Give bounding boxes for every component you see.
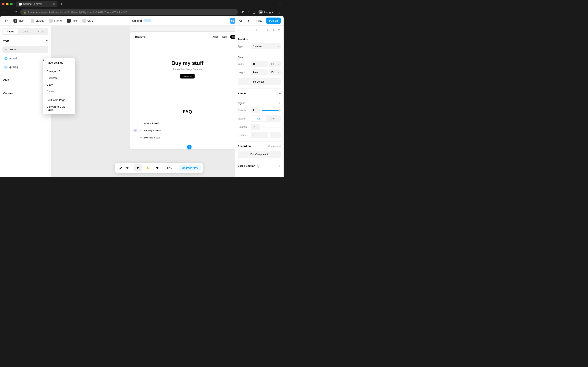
add-effect-button[interactable]: + [279, 92, 281, 95]
align-left-icon[interactable]: ⟸ [238, 28, 241, 32]
document-title[interactable]: Untitled [132, 19, 142, 22]
mock-nav-link: About [213, 36, 218, 38]
incognito-badge[interactable]: 🕶 Incognito [259, 10, 275, 14]
edit-component-button[interactable]: Edit Component [238, 151, 281, 158]
app-toolbar: 𝔽 ▾ + Insert Layout Frame T Text CMS Unt… [0, 16, 284, 26]
address-bar-icons: 👁 ☆ ◫ 🕶 Incognito ⋮ [241, 10, 281, 14]
add-section-button[interactable]: + [187, 145, 191, 149]
opacity-input[interactable]: 1 [251, 107, 260, 113]
page-item-about[interactable]: 🌐 /about [2, 55, 48, 62]
align-center-v-icon[interactable]: ⟷ [260, 28, 264, 32]
ctx-set-home[interactable]: Set Home Page [43, 97, 75, 103]
tab-close-icon[interactable]: × [53, 2, 55, 6]
visible-yes[interactable]: Yes [251, 116, 266, 122]
window-minimize[interactable] [6, 3, 9, 5]
zindex-label: Z Index [238, 134, 249, 137]
zoom-display[interactable]: 48% ▾ [164, 165, 176, 171]
width-input[interactable]: 1fr [251, 61, 268, 67]
traffic-lights [2, 3, 13, 5]
tab-assets[interactable]: Assets [33, 29, 48, 34]
distribute-h-icon[interactable]: ≡ [271, 28, 275, 32]
framer-menu-button[interactable]: 𝔽 ▾ [3, 17, 10, 24]
settings-button[interactable] [237, 18, 243, 24]
publish-button[interactable]: Publish [266, 17, 281, 24]
height-input[interactable]: Auto [251, 69, 268, 75]
url-path: /projects/Untitled--mZ98oDWaPJyDRgKHm9n8… [41, 11, 128, 14]
rotation-input[interactable]: 0° [251, 124, 260, 130]
height-mode-select[interactable]: Fit▾ [269, 69, 281, 75]
gear-icon [239, 19, 242, 22]
page-frame[interactable]: Moodjoy :-) About Pricing Signup Buy my … [130, 32, 234, 150]
accordion-question: Do I need to code? [144, 137, 162, 139]
bookmark-icon[interactable]: ☆ [247, 10, 250, 14]
zindex-increment[interactable]: + [275, 132, 281, 138]
stack-badge-icon[interactable]: ≡ [133, 129, 137, 132]
kebab-menu-icon[interactable]: ⋮ [278, 10, 281, 14]
accordion-component[interactable]: ≡ + What is Framer? + Is it easy to lear… [137, 120, 234, 141]
page-item-home[interactable]: ⌂ Home [2, 46, 48, 53]
width-mode-select[interactable]: Fill▾ [269, 61, 281, 67]
add-scroll-section-button[interactable]: + [279, 164, 281, 168]
info-icon[interactable]: i [257, 165, 260, 167]
page-item-pricing[interactable]: 🌐 /pricing [2, 64, 48, 70]
insert-button[interactable]: + Insert [11, 18, 27, 24]
ctx-delete[interactable]: Delete [43, 88, 75, 95]
preview-button[interactable] [246, 18, 252, 24]
section-divider [238, 98, 281, 98]
canvas[interactable]: Moodjoy :-) About Pricing Signup Buy my … [51, 26, 234, 177]
ctx-page-settings[interactable]: Page Settings [43, 59, 75, 66]
text-button[interactable]: T Text [65, 18, 79, 24]
ctx-copy[interactable]: Copy [43, 81, 75, 88]
slider-thumb[interactable] [262, 126, 264, 128]
frame-button[interactable]: Frame [47, 18, 64, 24]
align-right-icon[interactable]: ⟹ [249, 28, 252, 32]
add-style-button[interactable]: + [279, 101, 281, 105]
ctx-change-url[interactable]: Change URL [43, 68, 75, 75]
back-button[interactable]: ← [2, 10, 6, 14]
cms-button[interactable]: CMS [80, 18, 95, 24]
zindex-decrement[interactable]: − [270, 132, 275, 138]
select-tool-button[interactable] [134, 164, 142, 171]
eye-off-icon[interactable]: 👁 [241, 10, 244, 14]
effects-header: Effects + [238, 92, 281, 95]
user-avatar[interactable]: SJ [230, 18, 235, 24]
panel-divider [2, 87, 48, 87]
hand-tool-button[interactable]: ✋ [143, 164, 152, 171]
align-center-h-icon[interactable]: ⟷ [243, 28, 247, 32]
tab-layers[interactable]: Layers [18, 29, 33, 34]
add-page-button[interactable]: + [46, 39, 48, 42]
layout-button[interactable]: Layout [29, 18, 46, 24]
tab-pages[interactable]: Pages [3, 29, 18, 34]
rotation-slider[interactable] [262, 127, 281, 127]
accordion-row: + What is Framer? [138, 120, 234, 127]
url-field[interactable]: 🔒 framer.com/projects/Untitled--mZ98oDWa… [20, 9, 238, 15]
slider-thumb[interactable] [278, 109, 281, 111]
ctx-convert-cms[interactable]: Convert to CMS Page [43, 103, 75, 113]
pencil-icon [119, 166, 123, 170]
align-bottom-icon[interactable]: ⟱ [266, 28, 269, 32]
browser-tab[interactable]: Untitled – Framer × [16, 1, 57, 7]
layout-icon [31, 19, 34, 23]
tabs-dropdown-icon[interactable]: ⌄ [279, 2, 282, 6]
edit-mode-button[interactable]: Edit [117, 164, 131, 171]
zindex-input[interactable]: 2 [251, 132, 268, 138]
window-close[interactable] [2, 3, 4, 5]
ctx-duplicate[interactable]: Duplicate [43, 75, 75, 81]
section-divider [238, 53, 281, 53]
window-zoom[interactable] [10, 3, 13, 5]
forward-button[interactable]: → [9, 10, 12, 14]
invite-button[interactable]: Invite [254, 18, 264, 24]
opacity-slider[interactable] [262, 110, 281, 111]
comment-tool-button[interactable] [153, 164, 162, 171]
visible-no[interactable]: No [266, 116, 281, 122]
upgrade-button[interactable]: Upgrade Now [179, 165, 201, 171]
align-top-icon[interactable]: ⟰ [255, 28, 258, 32]
reload-button[interactable]: ⟳ [15, 10, 17, 14]
new-tab-button[interactable]: + [59, 1, 64, 7]
url-lock-icon: 🔒 [23, 11, 26, 14]
type-label: Type [238, 45, 249, 48]
position-type-select[interactable]: Relative ▾ [251, 43, 281, 49]
fit-content-button[interactable]: Fit Content [238, 78, 281, 85]
distribute-v-icon[interactable]: ≣ [277, 28, 281, 32]
extensions-icon[interactable]: ◫ [252, 10, 256, 14]
